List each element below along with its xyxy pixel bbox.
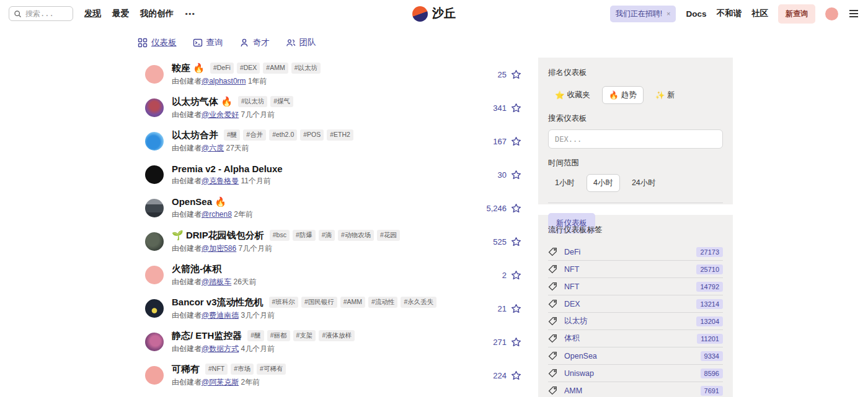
ranking-filter-pill[interactable]: ✨新 <box>649 86 682 104</box>
ranking-filter-pill[interactable]: ⭐收藏夹 <box>548 86 597 104</box>
tag-pill[interactable]: #醚 <box>247 330 264 341</box>
new-query-button[interactable]: 新查询 <box>778 4 815 24</box>
popular-tag-row[interactable]: 以太坊13204 <box>548 313 723 330</box>
popular-tag-row[interactable]: NFT14792 <box>548 278 723 295</box>
popular-tag-label[interactable]: NFT <box>564 265 696 274</box>
tag-pill[interactable]: #永久丢失 <box>401 297 436 308</box>
dashboard-row[interactable]: Premia v2 - Alpha Deluxe 由创建者@克鲁格曼 11个月前… <box>138 159 530 190</box>
tag-pill[interactable]: #DEX <box>237 63 260 74</box>
popular-tag-label[interactable]: DEX <box>564 300 696 308</box>
dashboard-row[interactable]: Bancor v3流动性危机 #班科尔#国民银行#AMM#流动性#永久丢失 由创… <box>138 293 530 324</box>
popular-tag-row[interactable]: DeFi27173 <box>548 243 723 261</box>
tag-pill[interactable]: #以太坊 <box>238 96 267 107</box>
time-range-pill[interactable]: 24小时 <box>625 174 663 192</box>
popular-tag-label[interactable]: Uniswap <box>564 369 701 378</box>
creator-link[interactable]: @克鲁格曼 <box>202 177 239 185</box>
tag-pill[interactable]: #bsc <box>270 230 290 241</box>
tag-pill[interactable]: #支架 <box>293 330 316 341</box>
creator-link[interactable]: @六度 <box>202 144 224 152</box>
star-icon[interactable] <box>511 69 521 80</box>
tag-pill[interactable]: #班科尔 <box>269 297 298 308</box>
tag-pill[interactable]: #动物农场 <box>338 230 374 241</box>
tab[interactable]: 团队 <box>286 37 316 48</box>
popular-tag-label[interactable]: 以太坊 <box>564 316 696 326</box>
creator-link[interactable]: @加密586 <box>202 244 236 253</box>
dashboard-row[interactable]: 静态/ ETH监控器 #醚#丽都#支架#液体放样 由创建者@数据方式 4几个月前… <box>138 326 530 357</box>
dashboard-row[interactable]: OpenSea 🔥 由创建者@rchen8 2年前 5,246 <box>138 193 530 224</box>
tag-pill[interactable]: #ETH2 <box>327 129 353 141</box>
tag-pill[interactable]: #市场 <box>231 364 254 375</box>
tab[interactable]: 查询 <box>193 37 223 48</box>
star-icon[interactable] <box>511 270 521 281</box>
tag-pill[interactable]: #丽都 <box>267 330 290 341</box>
dashboard-title[interactable]: Bancor v3流动性危机 <box>172 297 264 308</box>
global-search-box[interactable] <box>9 6 73 21</box>
popular-tag-label[interactable]: AMM <box>564 386 701 395</box>
popular-tag-row[interactable]: NFT25710 <box>548 261 723 278</box>
nav-link[interactable]: Docs <box>686 9 706 19</box>
tab[interactable]: 仪表板 <box>138 37 177 48</box>
star-icon[interactable] <box>511 170 521 180</box>
dashboard-title[interactable]: Premia v2 - Alpha Deluxe <box>172 164 283 174</box>
tag-pill[interactable]: #煤气 <box>270 96 293 107</box>
tag-pill[interactable]: #AMM <box>340 297 365 308</box>
creator-link[interactable]: @alphast0rm <box>202 77 246 85</box>
dashboard-title[interactable]: 火箭池-体积 <box>172 263 221 275</box>
dashboard-title[interactable]: 以太坊合并 <box>172 129 218 141</box>
tag-pill[interactable]: #以太坊 <box>291 63 321 74</box>
popular-tag-label[interactable]: OpenSea <box>564 352 701 360</box>
nav-link[interactable]: 社区 <box>751 8 768 19</box>
dashboard-search-input[interactable] <box>548 129 723 149</box>
hiring-badge[interactable]: 我们正在招聘! × <box>610 6 676 22</box>
tag-pill[interactable]: #滴 <box>319 230 335 241</box>
dashboard-row[interactable]: 🌱 DRIP花园钱包分析 #bsc#防爆#滴#动物农场#花园 由创建者@加密58… <box>138 226 530 257</box>
dashboard-row[interactable]: 火箭池-体积 由创建者@踏板车 26天前 2 <box>138 260 530 290</box>
star-icon[interactable] <box>511 103 521 113</box>
tag-pill[interactable]: #eth2.0 <box>269 129 297 141</box>
creator-link[interactable]: @阿莱克斯 <box>202 378 239 386</box>
tag-pill[interactable]: #国民银行 <box>301 297 337 308</box>
creator-link[interactable]: @rchen8 <box>202 210 232 219</box>
search-input[interactable] <box>25 9 69 18</box>
more-menu-icon[interactable]: ⋯ <box>185 8 196 20</box>
tag-pill[interactable]: #POS <box>300 129 324 141</box>
brand[interactable]: 沙丘 <box>412 6 456 22</box>
time-range-pill[interactable]: 1小时 <box>548 174 582 192</box>
nav-link[interactable]: 发现 <box>84 8 101 19</box>
creator-link[interactable]: @费迪南德 <box>202 311 239 320</box>
popular-tag-row[interactable]: Uniswap8596 <box>548 365 723 382</box>
dashboard-title[interactable]: 可稀有 <box>172 364 200 375</box>
tag-pill[interactable]: #防爆 <box>293 230 316 241</box>
star-icon[interactable] <box>511 136 521 147</box>
nav-link[interactable]: 我的创作 <box>140 8 174 19</box>
nav-link[interactable]: 不和谐 <box>717 8 742 19</box>
dashboard-row[interactable] <box>138 393 530 397</box>
popular-tag-row[interactable]: AMM7691 <box>548 382 723 397</box>
user-avatar[interactable] <box>825 7 838 20</box>
creator-link[interactable]: @踏板车 <box>202 277 231 286</box>
dashboard-title[interactable]: 静态/ ETH监控器 <box>172 330 242 342</box>
tag-pill[interactable]: #流动性 <box>368 297 397 308</box>
dashboard-row[interactable]: 以太坊气体 🔥 #以太坊#煤气 由创建者@业余爱好 7几个月前 341 <box>138 92 530 123</box>
dashboard-row[interactable]: 鞍座 🔥 #DeFi#DEX#AMM#以太坊 由创建者@alphast0rm 1… <box>138 59 530 90</box>
star-icon[interactable] <box>511 337 521 347</box>
popular-tag-label[interactable]: 体积 <box>564 333 697 344</box>
time-range-pill[interactable]: 4小时 <box>587 174 620 192</box>
tag-pill[interactable]: #DeFi <box>210 63 234 74</box>
tag-pill[interactable]: #花园 <box>377 230 400 241</box>
tag-pill[interactable]: #可稀有 <box>257 364 286 375</box>
dashboard-row[interactable]: 可稀有 #NFT#市场#可稀有 由创建者@阿莱克斯 2年前 224 <box>138 360 530 391</box>
close-icon[interactable]: × <box>666 10 670 17</box>
dashboard-title[interactable]: 🌱 DRIP花园钱包分析 <box>172 230 264 242</box>
popular-tag-label[interactable]: NFT <box>564 282 696 291</box>
popular-tag-row[interactable]: 体积11201 <box>548 330 723 347</box>
dashboard-title[interactable]: 鞍座 🔥 <box>172 63 205 74</box>
hamburger-menu-icon[interactable] <box>848 9 859 19</box>
star-icon[interactable] <box>511 203 521 214</box>
tab[interactable]: 奇才 <box>239 37 270 48</box>
tag-pill[interactable]: #液体放样 <box>319 330 355 341</box>
creator-link[interactable]: @数据方式 <box>202 344 239 353</box>
star-icon[interactable] <box>511 370 521 381</box>
ranking-filter-pill[interactable]: 🔥趋势 <box>602 86 644 104</box>
dashboard-title[interactable]: 以太坊气体 🔥 <box>172 96 232 108</box>
